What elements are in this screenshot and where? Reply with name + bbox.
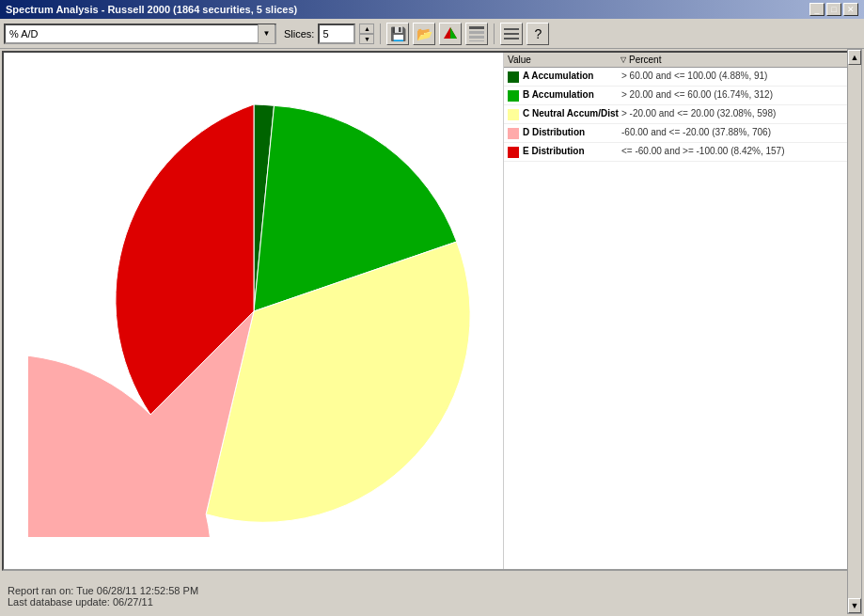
legend-range-0: > 60.00 and <= 100.00 (4.88%, 91) bbox=[621, 71, 856, 81]
legend-name-1: B Accumulation bbox=[523, 89, 621, 100]
slices-spin-down[interactable]: ▼ bbox=[359, 34, 374, 44]
scroll-track bbox=[848, 65, 861, 598]
indicator-dropdown[interactable]: % A/D ▼ bbox=[4, 24, 276, 44]
scroll-down-button[interactable]: ▼ bbox=[848, 598, 861, 613]
scroll-up-button[interactable]: ▲ bbox=[848, 50, 861, 65]
svg-rect-2 bbox=[469, 26, 484, 29]
db-update-value: 06/27/11 bbox=[113, 596, 153, 608]
window-title: Spectrum Analysis - Russell 2000 (1864 s… bbox=[6, 4, 297, 15]
db-update-label: Last database update: bbox=[8, 596, 113, 608]
legend-col-percent[interactable]: ▽ Percent bbox=[621, 55, 856, 65]
legend-row-d: D Distribution -60.00 and <= -20.00 (37.… bbox=[504, 124, 860, 143]
close-button[interactable]: ✕ bbox=[843, 3, 858, 16]
help-button[interactable]: ? bbox=[526, 23, 549, 45]
legend-name-0: A Accumulation bbox=[523, 71, 621, 81]
scrollbar[interactable]: ▲ ▼ bbox=[847, 49, 862, 614]
ran-on-value: Tue 06/28/11 12:52:58 PM bbox=[76, 585, 198, 596]
footer: Report ran on: Tue 06/28/11 12:52:58 PM … bbox=[0, 573, 864, 616]
svg-marker-1 bbox=[450, 27, 457, 39]
title-bar-buttons: _ □ ✕ bbox=[809, 3, 858, 16]
chart-area bbox=[4, 53, 503, 569]
toolbar-separator-1 bbox=[380, 24, 381, 44]
legend-color-1 bbox=[508, 90, 519, 102]
legend-row-c: C Neutral Accum/Dist > -20.00 and <= 20.… bbox=[504, 105, 860, 124]
pie-chart bbox=[28, 86, 479, 537]
report-ran-on: Report ran on: Tue 06/28/11 12:52:58 PM bbox=[8, 585, 856, 596]
toolbar-separator-2 bbox=[494, 24, 495, 44]
title-bar: Spectrum Analysis - Russell 2000 (1864 s… bbox=[0, 0, 864, 19]
legend-color-3 bbox=[508, 128, 519, 139]
open-button[interactable]: 📂 bbox=[413, 23, 435, 45]
slices-label: Slices: bbox=[284, 28, 314, 39]
indicator-value: % A/D bbox=[6, 28, 258, 39]
minimize-button[interactable]: _ bbox=[809, 3, 825, 16]
svg-rect-7 bbox=[504, 33, 519, 35]
pie-slices bbox=[28, 104, 470, 537]
legend-color-2 bbox=[508, 109, 519, 120]
legend-range-3: -60.00 and <= -20.00 (37.88%, 706) bbox=[621, 127, 856, 137]
chart-button[interactable] bbox=[439, 23, 462, 45]
legend-col-value: Value bbox=[508, 55, 621, 65]
slices-value: 5 bbox=[322, 28, 328, 39]
maximize-button[interactable]: □ bbox=[826, 3, 841, 16]
legend-rows: A Accumulation > 60.00 and <= 100.00 (4.… bbox=[504, 68, 860, 162]
legend-row-a: A Accumulation > 60.00 and <= 100.00 (4.… bbox=[504, 68, 860, 87]
save-button[interactable]: 💾 bbox=[386, 23, 409, 45]
db-update: Last database update: 06/27/11 bbox=[8, 596, 856, 608]
slices-spin-up[interactable]: ▲ bbox=[359, 24, 374, 34]
legend-name-3: D Distribution bbox=[523, 127, 621, 137]
legend-color-0 bbox=[508, 71, 519, 83]
slices-spinner[interactable]: ▲ ▼ bbox=[359, 24, 374, 44]
legend-range-4: <= -60.00 and >= -100.00 (8.42%, 157) bbox=[621, 146, 856, 156]
sort-icon: ▽ bbox=[621, 55, 626, 64]
legend-range-1: > 20.00 and <= 60.00 (16.74%, 312) bbox=[621, 89, 856, 100]
legend-name-2: C Neutral Accum/Dist bbox=[523, 108, 621, 118]
table-button[interactable] bbox=[465, 23, 488, 45]
svg-rect-4 bbox=[469, 36, 484, 39]
toolbar: % A/D ▼ Slices: 5 ▲ ▼ 💾 📂 ? bbox=[0, 19, 864, 49]
legend-area: Value ▽ Percent A Accumulation > 60.00 a… bbox=[503, 53, 860, 569]
legend-header: Value ▽ Percent bbox=[504, 53, 860, 68]
legend-percent-label: Percent bbox=[629, 55, 661, 65]
dropdown-arrow-icon[interactable]: ▼ bbox=[258, 24, 275, 43]
svg-rect-6 bbox=[504, 28, 519, 30]
legend-value-label: Value bbox=[508, 55, 531, 65]
legend-range-2: > -20.00 and <= 20.00 (32.08%, 598) bbox=[621, 108, 856, 118]
svg-rect-3 bbox=[469, 31, 484, 34]
legend-row-b: B Accumulation > 20.00 and <= 60.00 (16.… bbox=[504, 87, 860, 105]
svg-rect-5 bbox=[469, 40, 484, 41]
slices-input[interactable]: 5 bbox=[318, 24, 355, 44]
legend-name-4: E Distribution bbox=[523, 146, 621, 156]
ran-on-label: Report ran on: bbox=[8, 585, 76, 596]
svg-rect-8 bbox=[504, 38, 519, 39]
legend-row-e: E Distribution <= -60.00 and >= -100.00 … bbox=[504, 143, 860, 162]
legend-color-4 bbox=[508, 147, 519, 158]
settings-button[interactable] bbox=[500, 23, 523, 45]
pie-svg bbox=[28, 86, 479, 537]
main-content: Value ▽ Percent A Accumulation > 60.00 a… bbox=[2, 51, 862, 571]
